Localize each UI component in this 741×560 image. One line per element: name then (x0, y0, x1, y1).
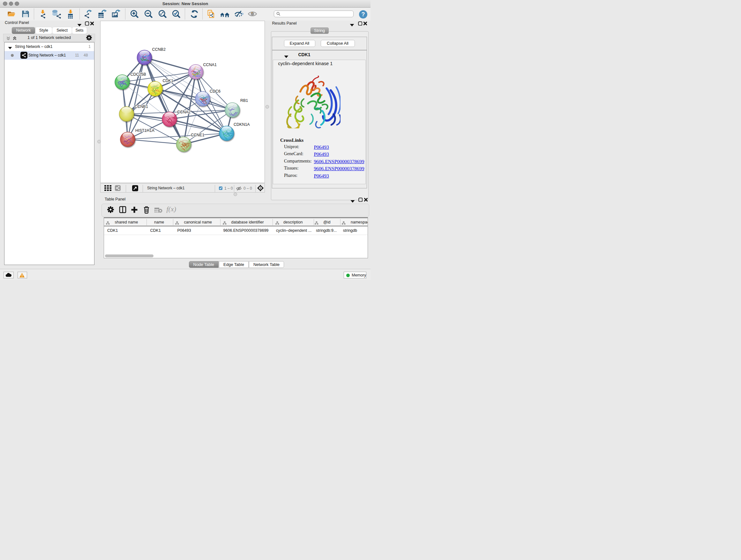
svg-text:HIST1H1A: HIST1H1A (135, 128, 154, 132)
svg-text:CCNB1: CCNB1 (134, 105, 148, 109)
svg-text:CDC25B: CDC25B (130, 72, 146, 77)
svg-text:CDK1: CDK1 (162, 78, 173, 83)
svg-text:CCNE1: CCNE1 (191, 133, 204, 137)
svg-text:CCNA2: CCNA2 (177, 110, 191, 114)
svg-text:CDKN1A: CDKN1A (233, 122, 250, 127)
svg-text:RB1: RB1 (240, 98, 248, 103)
svg-text:?: ? (361, 11, 365, 17)
svg-text:CDC6: CDC6 (210, 89, 220, 93)
svg-text:CCNA1: CCNA1 (203, 62, 216, 67)
svg-text:CCNB2: CCNB2 (152, 47, 165, 51)
